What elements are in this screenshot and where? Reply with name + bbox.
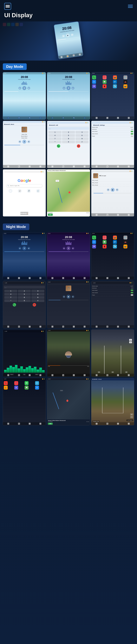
road-speed-3[interactable]: 80 <box>125 372 128 373</box>
app-carplay-icon[interactable]: 🚗 <box>124 80 127 84</box>
night-bt-next[interactable]: ⏭ <box>72 295 74 298</box>
night-dial-9[interactable]: 9 <box>31 296 44 299</box>
bt-play-btn[interactable]: ⏸ <box>22 140 26 144</box>
night-call-hangup[interactable]: 📵 <box>33 303 36 306</box>
app-telegram-icon[interactable]: ✈ <box>92 80 96 84</box>
app-wifi-icon[interactable]: 📡 <box>113 84 117 88</box>
settings-ac-toggle[interactable] <box>131 133 133 134</box>
hero-next-btn[interactable]: ▶▶ <box>70 33 74 36</box>
dial-key-hash[interactable]: # <box>76 140 88 143</box>
night-cp-podcast[interactable]: 🎙 <box>35 381 39 385</box>
night-next-1[interactable]: ⏭ <box>28 247 30 250</box>
bt-prev-btn[interactable]: ⏮ <box>18 140 21 143</box>
night-cp-phone[interactable]: 📞 <box>4 381 8 385</box>
night-play-2[interactable]: ⏸ <box>66 246 70 250</box>
night-ac-toggle[interactable] <box>131 292 133 293</box>
day-play-1[interactable]: ⏸ <box>22 86 26 90</box>
shortcut-icon-4[interactable]: 🛒 <box>36 189 40 193</box>
night-app-phone2[interactable]: 📱 <box>102 244 106 248</box>
app-nav-icon[interactable]: 🗺 <box>92 84 96 88</box>
night-bt-prev[interactable]: ⏮ <box>63 295 66 298</box>
shortcut-icon-2[interactable]: 📰 <box>18 189 22 193</box>
night-cp-whatsapp[interactable]: 💬 <box>24 386 28 390</box>
day-next-2[interactable]: ⏭ <box>72 87 74 90</box>
dial-key-0[interactable]: 0 <box>62 140 75 143</box>
app-music-icon[interactable]: 🎵 <box>102 76 106 79</box>
dial-key-star[interactable]: * <box>48 140 62 143</box>
settings-aa-toggle[interactable] <box>131 131 133 132</box>
night-app-music[interactable]: 🎵 <box>102 236 106 240</box>
dial-key-6[interactable]: 6 <box>76 134 88 137</box>
dial-key-1[interactable]: 1 <box>48 131 62 134</box>
night-app-wechat[interactable]: 💬 <box>102 240 106 244</box>
night-bt-play[interactable]: ▶ <box>66 295 70 299</box>
road-speed-1[interactable]: 30 <box>98 372 100 373</box>
shortcut-icon-3[interactable]: 🎵 <box>27 189 31 193</box>
day-prev-1[interactable]: ⏮ <box>18 87 21 90</box>
local-play-btn[interactable]: ▶ <box>111 188 115 192</box>
night-app-settings[interactable]: ⚙️ <box>124 236 127 240</box>
night-next-2[interactable]: ⏭ <box>72 247 74 250</box>
night-dial-4[interactable]: 4 <box>4 293 17 296</box>
night-dial-2[interactable]: 2 <box>18 290 31 292</box>
night-app-carplay[interactable]: 🚗 <box>124 240 127 244</box>
app-wechat-icon[interactable]: 💬 <box>102 80 106 84</box>
night-call-answer[interactable]: 📞 <box>13 303 16 306</box>
local-prev-btn[interactable]: ⏮ <box>107 188 110 191</box>
night-app-phone[interactable]: 📞 <box>92 236 96 240</box>
night-dial-1[interactable]: 1 <box>4 290 17 292</box>
night-cp-siri[interactable]: 🎤 <box>4 386 8 390</box>
hero-prev-btn[interactable]: ◀◀ <box>62 34 65 38</box>
night-dial-star[interactable]: * <box>4 299 17 302</box>
day-next-1[interactable]: ⏭ <box>28 87 30 90</box>
night-nav-up[interactable]: ▲ <box>130 413 133 416</box>
night-app-camera[interactable]: 📷 <box>124 244 127 248</box>
settings-pw-toggle[interactable] <box>131 136 133 137</box>
bt-next-btn[interactable]: ⏭ <box>28 140 30 143</box>
dial-key-4[interactable]: 4 <box>48 134 62 137</box>
night-cp-music[interactable]: 🎵 <box>14 381 18 385</box>
night-dial-0[interactable]: 0 <box>18 299 31 302</box>
call-answer-btn[interactable]: 📞 <box>57 144 60 148</box>
app-bt-icon[interactable]: BT <box>113 80 117 84</box>
night-app-telegram[interactable]: ✈ <box>92 240 96 244</box>
night-go-btn[interactable]: GO <box>48 423 53 425</box>
call-hangup-btn[interactable]: 📵 <box>77 144 80 148</box>
night-app-photos[interactable]: 📷 <box>113 236 117 240</box>
shortcut-icon-1[interactable]: ▶ <box>8 189 12 193</box>
road-speed-2[interactable]: 50 <box>112 372 114 373</box>
dial-key-9[interactable]: 9 <box>76 137 88 140</box>
local-track-2[interactable]: 华乐_02.mp3 <box>92 182 133 184</box>
dial-key-8[interactable]: 8 <box>62 137 75 140</box>
day-prev-2[interactable]: ⏮ <box>63 87 66 90</box>
night-dial-hash[interactable]: # <box>31 299 44 302</box>
night-cp-appstore[interactable]: ⊞ <box>14 386 18 390</box>
app-phone2-icon[interactable]: 📱 <box>102 84 106 88</box>
app-photos-icon[interactable]: 📷 <box>113 76 117 79</box>
night-app-wifi[interactable]: 📡 <box>113 244 117 248</box>
dial-key-5[interactable]: 5 <box>62 134 75 137</box>
night-app-bt[interactable]: BT <box>113 240 117 244</box>
night-app-nav[interactable]: 🗺 <box>92 244 96 248</box>
dial-key-7[interactable]: 7 <box>48 137 62 140</box>
google-search-bar[interactable]: 🔍 Search or type URL <box>6 184 42 187</box>
maps-go-btn[interactable]: GO <box>48 214 53 216</box>
app-settings-icon[interactable]: ⚙️ <box>124 76 127 79</box>
night-nav-right[interactable]: ↱ <box>130 416 133 418</box>
night-dial-6[interactable]: 6 <box>31 293 44 296</box>
night-pw-toggle[interactable] <box>131 294 133 296</box>
day-play-2[interactable]: ⏸ <box>66 86 70 90</box>
dial-key-2[interactable]: 2 <box>62 131 75 134</box>
night-cp-telegram2[interactable]: ✈ <box>35 386 39 390</box>
hero-play-btn[interactable]: ▶ <box>66 33 70 38</box>
app-phone-icon[interactable]: 📞 <box>92 76 96 79</box>
night-prev-1[interactable]: ⏮ <box>18 247 21 250</box>
night-dial-3[interactable]: 3 <box>31 290 44 292</box>
night-dial-7[interactable]: 7 <box>4 296 17 299</box>
night-play-1[interactable]: ⏸ <box>22 246 26 250</box>
night-dial-5[interactable]: 5 <box>18 293 31 296</box>
night-cp-maps[interactable]: 🗺 <box>24 381 28 385</box>
local-next-btn[interactable]: ⏭ <box>116 188 118 191</box>
dial-key-3[interactable]: 3 <box>76 131 88 134</box>
menu-icon[interactable] <box>128 5 133 8</box>
